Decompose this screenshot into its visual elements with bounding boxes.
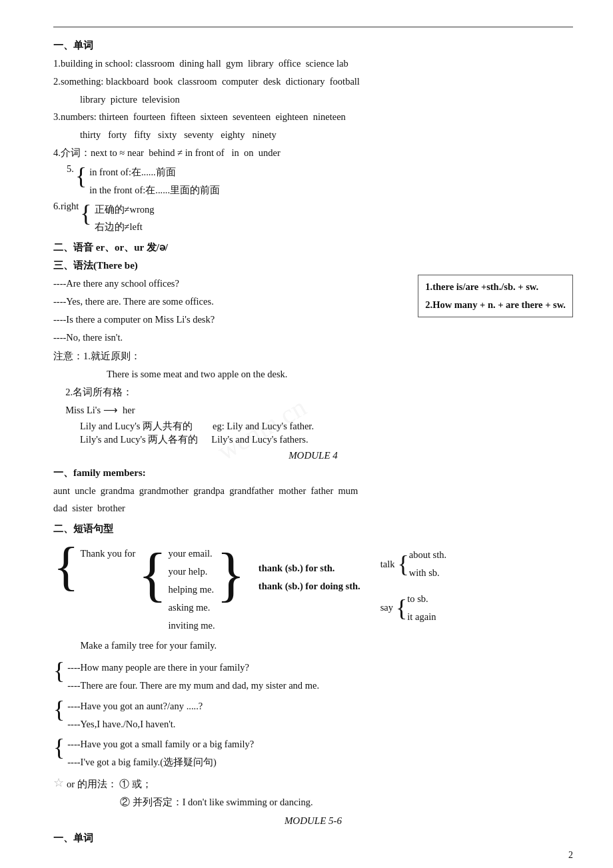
dialog-d-content: ----How many people are there in your fa… [67, 659, 319, 695]
line-item-5-label: 5. [67, 163, 74, 175]
or-usage-text: or 的用法： [67, 779, 117, 789]
or-usage-block: ☆ or 的用法： ① 或； ② 并列否定：I don't like swimm… [53, 775, 573, 811]
dialog4: ----No, there isn't. [53, 329, 411, 347]
thank-item-5: inviting me. [169, 617, 215, 635]
lily-lucy-eg1: eg: Lily and Lucy's father. [213, 421, 314, 432]
dialog-e-content: ----Have you got an aunt?/any .....? ---… [67, 697, 203, 733]
section1-title: 一、单词 [53, 39, 573, 52]
talk-item-2: with sb. [409, 564, 446, 582]
thank-item-2: your help. [169, 563, 215, 581]
dialog-e-block: { ----Have you got an aunt?/any .....? -… [53, 697, 573, 733]
thank-forms-block: thank (sb.) for sth. thank (sb.) for doi… [259, 559, 360, 595]
preposition-items: in front of:在......前面 in the front of:在.… [89, 163, 220, 199]
dialog-f1: ----Have you got a small family or a big… [67, 735, 254, 753]
line-item-6-label: 6.right [53, 201, 79, 212]
module4-title: MODULE 4 [53, 450, 573, 461]
section6-title: 一、单词 [53, 832, 573, 845]
say-label: say [380, 599, 393, 617]
line3: 3.numbers: thirteen fourteen fifteen six… [53, 108, 573, 126]
dialog-f-block: { ----Have you got a small family or a b… [53, 735, 573, 771]
right-side: 右边的≠left [95, 218, 155, 236]
thank-form-2: thank (sb.) for doing sth. [259, 577, 360, 595]
section2-title: 二、语音 er、or、ur 发/ə/ [53, 241, 573, 254]
talk-say-block: talk { about sth. with sb. say { to sb. … [380, 546, 446, 625]
talk-items: about sth. with sb. [409, 546, 446, 582]
brace-f: { [53, 735, 65, 759]
dialog-e1: ----Have you got an aunt?/any .....? [67, 697, 203, 715]
grammar-rules-box: 1.there is/are +sth./sb. + sw. 2.How man… [418, 275, 573, 317]
brace-d: { [53, 659, 65, 683]
say-item-2: it again [407, 608, 436, 626]
thank-inner: Thank you for { your email. your help. h… [80, 545, 245, 634]
say-item-1: to sb. [407, 590, 436, 608]
section5-title: 二、短语句型 [53, 523, 573, 535]
dialog-d-block: { ----How many people are there in your … [53, 659, 573, 695]
star-icon: ☆ [53, 775, 64, 790]
or-item1: ① 或； [119, 779, 152, 789]
line4: 4.介词：next to ≈ near behind ≠ in front of… [53, 144, 573, 162]
right-brace-block: 6.right { 正确的≠wrong 右边的≠left [53, 201, 573, 237]
or-usage-content: or 的用法： ① 或； ② 并列否定：I don't like swimmin… [67, 775, 313, 811]
say-items: to sb. it again [407, 590, 436, 626]
dialog-e2: ----Yes,I have./No,I haven't. [67, 715, 203, 733]
dialog3: ----Is there a computer on Miss Li's des… [53, 311, 411, 329]
lily-lucy-row2: Lily's and Lucy's 两人各有的 Lily's and Lucy'… [53, 433, 573, 446]
inner-brace-left: { [138, 545, 167, 605]
in-the-front-of: in the front of:在......里面的前面 [89, 181, 220, 199]
brace-e: { [53, 697, 65, 721]
line2b: library picture television [53, 91, 573, 109]
inner-brace-right: } [217, 545, 245, 605]
page-number: 2 [568, 850, 573, 861]
thank-items: your email. your help. helping me. askin… [169, 545, 215, 634]
thank-item-3: helping me. [169, 581, 215, 599]
section4-title: 一、family members: [53, 467, 573, 479]
dialog-d1: ----How many people are there in your fa… [67, 659, 319, 677]
line3b: thirty forty fifty sixty seventy eighty … [53, 126, 573, 144]
thank-item-4: asking me. [169, 599, 215, 617]
thank-you-label: Thank you for [80, 545, 135, 563]
lily-lucy-shared: Lily and Lucy's 两人共有的 [53, 420, 193, 433]
top-line [53, 27, 573, 27]
or-item2: ② 并列否定：I don't like swimming or dancing. [67, 793, 313, 811]
dialog-f-content: ----Have you got a small family or a big… [67, 735, 254, 771]
talk-item-1: about sth. [409, 546, 446, 564]
right-items: 正确的≠wrong 右边的≠left [95, 201, 155, 237]
line1: 1.building in school: classroom dining h… [53, 55, 573, 73]
dialog1: ----Are there any school offices? [53, 275, 411, 293]
grammar2: 2.How many + n. + are there + sw. [425, 296, 566, 314]
right-correct: 正确的≠wrong [95, 201, 155, 219]
thank-you-block: { Thank you for { your email. your help.… [53, 539, 573, 655]
line2: 2.something: blackboard book classroom c… [53, 73, 573, 91]
lily-lucy-separate: Lily's and Lucy's 两人各有的 [53, 433, 198, 446]
in-front-of: in front of:在......前面 [89, 163, 220, 181]
talk-brace: { [397, 552, 408, 576]
make-family: Make a family tree for your family. [80, 637, 245, 655]
lily-lucy-row1: Lily and Lucy's 两人共有的 eg: Lily and Lucy'… [53, 420, 573, 433]
brace-left-5: { [75, 163, 87, 190]
talk-label: talk [380, 555, 395, 573]
dialog-d2: ----There are four. There are my mum and… [67, 677, 319, 695]
note1: There is some meat and two apple on the … [53, 365, 573, 383]
brace-left-6: { [80, 201, 91, 227]
grammar-dialog-area: ----Are there any school offices? ----Ye… [53, 275, 573, 346]
family-line2: dad sister brother [53, 499, 573, 517]
note2-title: 2.名词所有格： [53, 383, 573, 401]
talk-block: talk { about sth. with sb. [380, 546, 446, 582]
lily-lucy-eg2: Lily's and Lucy's fathers. [211, 434, 308, 445]
preposition-brace-block: 5. { in front of:在......前面 in the front … [67, 163, 573, 199]
dialog-f2: ----I've got a big family.(选择疑问句) [67, 753, 254, 771]
note-title: 注意：1.就近原则： [53, 347, 573, 365]
grammar1: 1.there is/are +sth./sb. + sw. [425, 278, 566, 296]
section3-title: 三、语法(There be) [53, 259, 573, 272]
say-block: say { to sb. it again [380, 590, 446, 626]
thank-you-content: Thank you for { your email. your help. h… [80, 539, 245, 655]
dialogs-left: ----Are there any school offices? ----Ye… [53, 275, 411, 346]
family-line1: aunt uncle grandma grandmother grandpa g… [53, 482, 573, 500]
module56-title: MODULE 5-6 [53, 815, 573, 827]
say-brace: { [396, 596, 407, 620]
or-usage-label: or 的用法： ① 或； [67, 775, 313, 793]
outer-brace-left: { [53, 539, 79, 593]
thank-item-1: your email. [169, 545, 215, 563]
dialog2: ----Yes, there are. There are some offic… [53, 293, 411, 311]
note-miss: Miss Li's ⟶ her [53, 401, 573, 419]
